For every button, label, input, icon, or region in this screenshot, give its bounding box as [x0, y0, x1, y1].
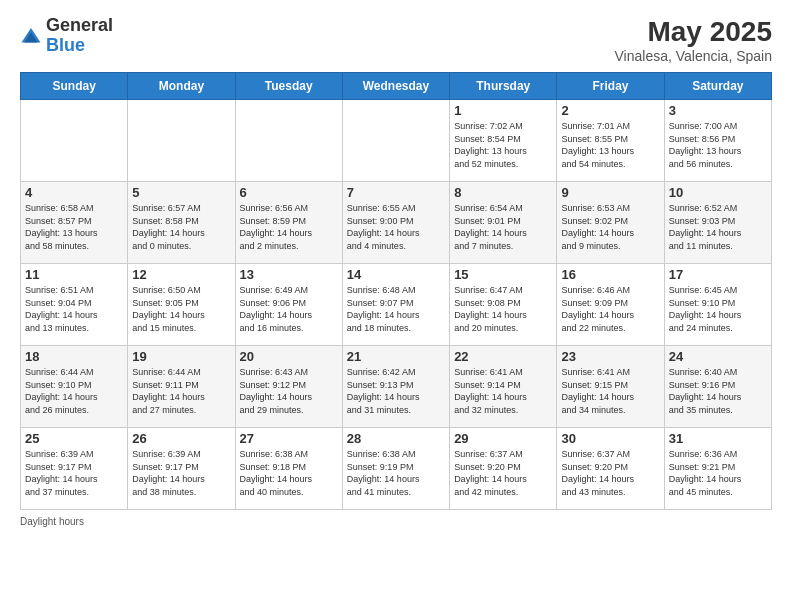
day-number: 8	[454, 185, 552, 200]
weekday-header-row: SundayMondayTuesdayWednesdayThursdayFrid…	[21, 73, 772, 100]
calendar-cell: 13Sunrise: 6:49 AM Sunset: 9:06 PM Dayli…	[235, 264, 342, 346]
calendar-cell: 2Sunrise: 7:01 AM Sunset: 8:55 PM Daylig…	[557, 100, 664, 182]
day-number: 14	[347, 267, 445, 282]
weekday-header: Wednesday	[342, 73, 449, 100]
day-info: Sunrise: 6:39 AM Sunset: 9:17 PM Dayligh…	[25, 448, 123, 498]
calendar-cell: 30Sunrise: 6:37 AM Sunset: 9:20 PM Dayli…	[557, 428, 664, 510]
day-info: Sunrise: 6:45 AM Sunset: 9:10 PM Dayligh…	[669, 284, 767, 334]
day-info: Sunrise: 6:37 AM Sunset: 9:20 PM Dayligh…	[454, 448, 552, 498]
day-number: 26	[132, 431, 230, 446]
calendar-cell: 21Sunrise: 6:42 AM Sunset: 9:13 PM Dayli…	[342, 346, 449, 428]
calendar-cell: 11Sunrise: 6:51 AM Sunset: 9:04 PM Dayli…	[21, 264, 128, 346]
calendar-cell: 29Sunrise: 6:37 AM Sunset: 9:20 PM Dayli…	[450, 428, 557, 510]
day-info: Sunrise: 6:44 AM Sunset: 9:11 PM Dayligh…	[132, 366, 230, 416]
day-number: 2	[561, 103, 659, 118]
header: General Blue May 2025 Vinalesa, Valencia…	[20, 16, 772, 64]
day-info: Sunrise: 6:41 AM Sunset: 9:15 PM Dayligh…	[561, 366, 659, 416]
day-number: 13	[240, 267, 338, 282]
calendar-week-row: 1Sunrise: 7:02 AM Sunset: 8:54 PM Daylig…	[21, 100, 772, 182]
day-info: Sunrise: 6:39 AM Sunset: 9:17 PM Dayligh…	[132, 448, 230, 498]
day-number: 19	[132, 349, 230, 364]
calendar-cell: 7Sunrise: 6:55 AM Sunset: 9:00 PM Daylig…	[342, 182, 449, 264]
calendar-cell: 25Sunrise: 6:39 AM Sunset: 9:17 PM Dayli…	[21, 428, 128, 510]
day-info: Sunrise: 7:00 AM Sunset: 8:56 PM Dayligh…	[669, 120, 767, 170]
day-info: Sunrise: 6:38 AM Sunset: 9:19 PM Dayligh…	[347, 448, 445, 498]
page: General Blue May 2025 Vinalesa, Valencia…	[0, 0, 792, 612]
calendar-cell: 3Sunrise: 7:00 AM Sunset: 8:56 PM Daylig…	[664, 100, 771, 182]
day-info: Sunrise: 6:48 AM Sunset: 9:07 PM Dayligh…	[347, 284, 445, 334]
day-number: 6	[240, 185, 338, 200]
calendar-cell: 17Sunrise: 6:45 AM Sunset: 9:10 PM Dayli…	[664, 264, 771, 346]
day-number: 1	[454, 103, 552, 118]
calendar-week-row: 18Sunrise: 6:44 AM Sunset: 9:10 PM Dayli…	[21, 346, 772, 428]
calendar-week-row: 25Sunrise: 6:39 AM Sunset: 9:17 PM Dayli…	[21, 428, 772, 510]
calendar-cell: 26Sunrise: 6:39 AM Sunset: 9:17 PM Dayli…	[128, 428, 235, 510]
logo: General Blue	[20, 16, 113, 56]
calendar-cell: 16Sunrise: 6:46 AM Sunset: 9:09 PM Dayli…	[557, 264, 664, 346]
day-info: Sunrise: 6:57 AM Sunset: 8:58 PM Dayligh…	[132, 202, 230, 252]
day-number: 31	[669, 431, 767, 446]
day-info: Sunrise: 6:43 AM Sunset: 9:12 PM Dayligh…	[240, 366, 338, 416]
day-info: Sunrise: 6:55 AM Sunset: 9:00 PM Dayligh…	[347, 202, 445, 252]
logo-text: General Blue	[46, 16, 113, 56]
day-info: Sunrise: 6:50 AM Sunset: 9:05 PM Dayligh…	[132, 284, 230, 334]
calendar-cell	[21, 100, 128, 182]
day-number: 22	[454, 349, 552, 364]
day-info: Sunrise: 6:38 AM Sunset: 9:18 PM Dayligh…	[240, 448, 338, 498]
calendar-cell: 8Sunrise: 6:54 AM Sunset: 9:01 PM Daylig…	[450, 182, 557, 264]
calendar-cell: 5Sunrise: 6:57 AM Sunset: 8:58 PM Daylig…	[128, 182, 235, 264]
weekday-header: Thursday	[450, 73, 557, 100]
day-info: Sunrise: 6:37 AM Sunset: 9:20 PM Dayligh…	[561, 448, 659, 498]
calendar-cell: 20Sunrise: 6:43 AM Sunset: 9:12 PM Dayli…	[235, 346, 342, 428]
day-number: 27	[240, 431, 338, 446]
calendar-cell: 28Sunrise: 6:38 AM Sunset: 9:19 PM Dayli…	[342, 428, 449, 510]
day-number: 23	[561, 349, 659, 364]
day-number: 24	[669, 349, 767, 364]
location: Vinalesa, Valencia, Spain	[615, 48, 772, 64]
calendar-cell: 23Sunrise: 6:41 AM Sunset: 9:15 PM Dayli…	[557, 346, 664, 428]
calendar: SundayMondayTuesdayWednesdayThursdayFrid…	[20, 72, 772, 510]
day-number: 29	[454, 431, 552, 446]
day-info: Sunrise: 6:54 AM Sunset: 9:01 PM Dayligh…	[454, 202, 552, 252]
day-number: 12	[132, 267, 230, 282]
day-number: 15	[454, 267, 552, 282]
calendar-cell: 12Sunrise: 6:50 AM Sunset: 9:05 PM Dayli…	[128, 264, 235, 346]
day-info: Sunrise: 6:40 AM Sunset: 9:16 PM Dayligh…	[669, 366, 767, 416]
calendar-cell: 6Sunrise: 6:56 AM Sunset: 8:59 PM Daylig…	[235, 182, 342, 264]
day-number: 9	[561, 185, 659, 200]
day-number: 21	[347, 349, 445, 364]
day-number: 11	[25, 267, 123, 282]
day-number: 10	[669, 185, 767, 200]
footer: Daylight hours	[20, 516, 772, 527]
day-number: 25	[25, 431, 123, 446]
calendar-cell: 22Sunrise: 6:41 AM Sunset: 9:14 PM Dayli…	[450, 346, 557, 428]
calendar-cell: 27Sunrise: 6:38 AM Sunset: 9:18 PM Dayli…	[235, 428, 342, 510]
day-number: 17	[669, 267, 767, 282]
calendar-cell: 31Sunrise: 6:36 AM Sunset: 9:21 PM Dayli…	[664, 428, 771, 510]
calendar-week-row: 4Sunrise: 6:58 AM Sunset: 8:57 PM Daylig…	[21, 182, 772, 264]
calendar-cell: 18Sunrise: 6:44 AM Sunset: 9:10 PM Dayli…	[21, 346, 128, 428]
calendar-cell: 1Sunrise: 7:02 AM Sunset: 8:54 PM Daylig…	[450, 100, 557, 182]
daylight-label: Daylight hours	[20, 516, 84, 527]
calendar-cell: 10Sunrise: 6:52 AM Sunset: 9:03 PM Dayli…	[664, 182, 771, 264]
calendar-cell: 4Sunrise: 6:58 AM Sunset: 8:57 PM Daylig…	[21, 182, 128, 264]
day-info: Sunrise: 6:44 AM Sunset: 9:10 PM Dayligh…	[25, 366, 123, 416]
day-number: 7	[347, 185, 445, 200]
day-number: 20	[240, 349, 338, 364]
day-number: 5	[132, 185, 230, 200]
calendar-week-row: 11Sunrise: 6:51 AM Sunset: 9:04 PM Dayli…	[21, 264, 772, 346]
weekday-header: Sunday	[21, 73, 128, 100]
calendar-cell: 15Sunrise: 6:47 AM Sunset: 9:08 PM Dayli…	[450, 264, 557, 346]
day-number: 28	[347, 431, 445, 446]
day-info: Sunrise: 6:49 AM Sunset: 9:06 PM Dayligh…	[240, 284, 338, 334]
day-info: Sunrise: 6:52 AM Sunset: 9:03 PM Dayligh…	[669, 202, 767, 252]
logo-blue: Blue	[46, 35, 85, 55]
calendar-cell	[128, 100, 235, 182]
day-info: Sunrise: 7:01 AM Sunset: 8:55 PM Dayligh…	[561, 120, 659, 170]
day-info: Sunrise: 6:41 AM Sunset: 9:14 PM Dayligh…	[454, 366, 552, 416]
day-number: 30	[561, 431, 659, 446]
weekday-header: Friday	[557, 73, 664, 100]
calendar-cell: 24Sunrise: 6:40 AM Sunset: 9:16 PM Dayli…	[664, 346, 771, 428]
weekday-header: Monday	[128, 73, 235, 100]
calendar-cell: 9Sunrise: 6:53 AM Sunset: 9:02 PM Daylig…	[557, 182, 664, 264]
